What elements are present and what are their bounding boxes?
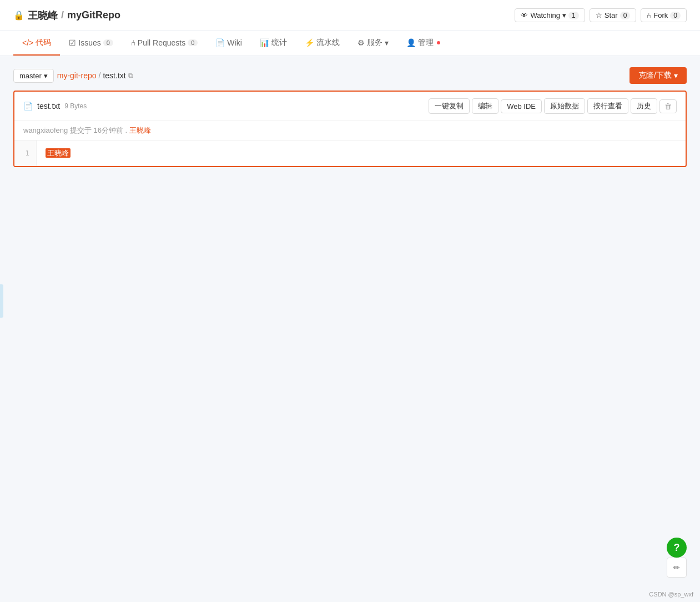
- services-icon: ⚙: [357, 38, 365, 47]
- breadcrumb-sep: /: [99, 71, 101, 80]
- file-toolbar: master ▾ my-git-repo / test.txt ⧉ 克隆/下载 …: [13, 67, 687, 84]
- tab-pipeline-label: 流水线: [316, 38, 340, 48]
- highlighted-code: 王晓峰: [46, 148, 70, 158]
- breadcrumb-file: test.txt: [103, 71, 125, 80]
- tab-stats-label: 统计: [271, 38, 287, 48]
- manage-icon: 👤: [406, 38, 416, 47]
- tab-services-label: 服务: [367, 38, 382, 48]
- commit-author-link[interactable]: 王晓峰: [129, 126, 151, 134]
- webide-button[interactable]: Web IDE: [501, 99, 542, 113]
- pr-icon: ⑃: [131, 38, 135, 47]
- tab-code[interactable]: </> 代码: [13, 31, 60, 56]
- tab-pr-label: Pull Requests: [138, 38, 185, 47]
- file-header: 📄 test.txt 9 Bytes 一键复制 编辑 Web IDE 原始数据 …: [14, 92, 686, 121]
- tab-wiki-label: Wiki: [227, 38, 241, 47]
- repo-name[interactable]: myGitRepo: [67, 9, 120, 21]
- fork-icon: ⑃: [647, 11, 651, 19]
- feedback-icon: ✏: [673, 563, 680, 572]
- chevron-down-icon: ▾: [385, 38, 389, 47]
- file-actions: 一键复制 编辑 Web IDE 原始数据 按行查看 历史 🗑: [429, 98, 677, 114]
- tab-pull-requests[interactable]: ⑃ Pull Requests 0: [122, 32, 207, 55]
- repo-title: 🔒 王晓峰 / myGitRepo: [13, 9, 120, 22]
- tab-code-label: 代码: [36, 38, 51, 48]
- question-icon: ?: [674, 542, 680, 554]
- star-icon: ☆: [596, 11, 602, 19]
- branch-dropdown-icon: ▾: [44, 72, 48, 80]
- tab-manage-label: 管理: [418, 38, 434, 48]
- tab-wiki[interactable]: 📄 Wiki: [207, 32, 250, 55]
- commit-user: wangxiaofeng: [23, 126, 68, 134]
- sidebar-handle[interactable]: [0, 284, 3, 318]
- issues-icon: ☑: [69, 38, 76, 47]
- csdn-label: CSDN @sp_wxf: [649, 591, 693, 598]
- fork-label: Fork: [653, 11, 668, 19]
- top-header: 🔒 王晓峰 / myGitRepo 👁 Watching ▾ 1 ☆ Star …: [0, 0, 700, 31]
- lock-icon: 🔒: [13, 10, 24, 21]
- commit-dot: .: [125, 126, 128, 134]
- commit-time: 16分钟前: [93, 126, 123, 134]
- manage-notification-dot: [437, 41, 440, 44]
- fork-count: 0: [670, 12, 681, 19]
- breadcrumb-repo-link[interactable]: my-git-repo: [57, 71, 97, 80]
- star-count: 0: [620, 12, 631, 19]
- line-numbers: 1: [14, 141, 37, 166]
- content-area: master ▾ my-git-repo / test.txt ⧉ 克隆/下载 …: [0, 56, 700, 600]
- code-line-1: 王晓峰: [46, 147, 677, 159]
- star-button[interactable]: ☆ Star 0: [590, 8, 637, 22]
- edit-button[interactable]: 编辑: [472, 98, 498, 114]
- line-number-1: 1: [14, 147, 36, 159]
- code-icon: </>: [22, 38, 33, 47]
- help-button[interactable]: ?: [667, 538, 687, 558]
- watching-count: 1: [568, 12, 579, 19]
- tab-pipeline[interactable]: ⚡ 流水线: [296, 31, 349, 56]
- tab-issues[interactable]: ☑ Issues 0: [60, 32, 122, 55]
- commit-info: wangxiaofeng 提交于 16分钟前 . 王晓峰: [14, 121, 686, 141]
- stats-icon: 📊: [260, 38, 269, 47]
- file-info: 📄 test.txt 9 Bytes: [23, 102, 87, 111]
- repo-separator: /: [61, 9, 64, 21]
- wiki-icon: 📄: [215, 38, 225, 47]
- file-size: 9 Bytes: [64, 102, 87, 110]
- tab-manage[interactable]: 👤 管理: [397, 31, 449, 56]
- eye-icon: 👁: [521, 11, 528, 19]
- raw-button[interactable]: 原始数据: [544, 98, 585, 114]
- feedback-button[interactable]: ✏: [667, 558, 687, 578]
- file-text-icon: 📄: [23, 102, 33, 111]
- header-actions: 👁 Watching ▾ 1 ☆ Star 0 ⑃ Fork 0: [515, 8, 687, 22]
- one-click-copy-button[interactable]: 一键复制: [429, 98, 470, 114]
- nav-tabs: </> 代码 ☑ Issues 0 ⑃ Pull Requests 0 📄 Wi…: [0, 31, 700, 56]
- pr-badge: 0: [188, 39, 198, 46]
- code-lines: 王晓峰: [37, 141, 686, 166]
- repo-owner[interactable]: 王晓峰: [28, 9, 58, 22]
- watching-button[interactable]: 👁 Watching ▾ 1: [515, 8, 585, 22]
- commit-action: 提交于: [70, 126, 92, 134]
- tab-issues-label: Issues: [78, 38, 100, 47]
- trash-icon: 🗑: [664, 102, 672, 111]
- breadcrumb: my-git-repo / test.txt ⧉: [57, 71, 133, 80]
- tab-services[interactable]: ⚙ 服务 ▾: [349, 31, 397, 56]
- chevron-down-icon: ▾: [562, 11, 566, 19]
- delete-button[interactable]: 🗑: [659, 99, 677, 113]
- breadcrumb-area: master ▾ my-git-repo / test.txt ⧉: [13, 69, 133, 83]
- issues-badge: 0: [103, 39, 113, 46]
- branch-selector[interactable]: master ▾: [13, 69, 54, 83]
- history-button[interactable]: 历史: [631, 98, 657, 114]
- pipeline-icon: ⚡: [305, 38, 314, 47]
- code-content: 1 王晓峰: [14, 141, 686, 166]
- copy-path-icon[interactable]: ⧉: [128, 72, 133, 79]
- clone-dropdown-icon: ▾: [674, 71, 678, 80]
- blame-button[interactable]: 按行查看: [587, 98, 628, 114]
- tab-stats[interactable]: 📊 统计: [251, 31, 296, 56]
- clone-download-button[interactable]: 克隆/下载 ▾: [630, 67, 687, 84]
- fork-button[interactable]: ⑃ Fork 0: [641, 8, 687, 22]
- file-viewer: 📄 test.txt 9 Bytes 一键复制 编辑 Web IDE 原始数据 …: [13, 91, 687, 167]
- branch-name: master: [19, 72, 42, 80]
- watching-label: Watching: [530, 11, 560, 19]
- clone-label: 克隆/下载: [638, 71, 672, 81]
- star-label: Star: [605, 11, 618, 19]
- file-name: test.txt: [37, 102, 60, 111]
